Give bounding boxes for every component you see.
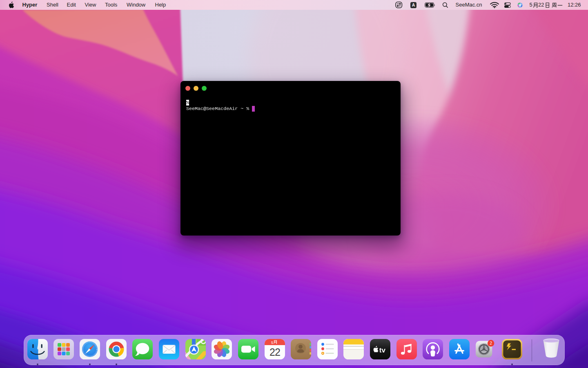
svg-text:22: 22 xyxy=(270,346,280,358)
svg-text:2: 2 xyxy=(490,341,492,346)
svg-text:5: 5 xyxy=(271,341,273,345)
svg-text:tv: tv xyxy=(379,346,386,354)
